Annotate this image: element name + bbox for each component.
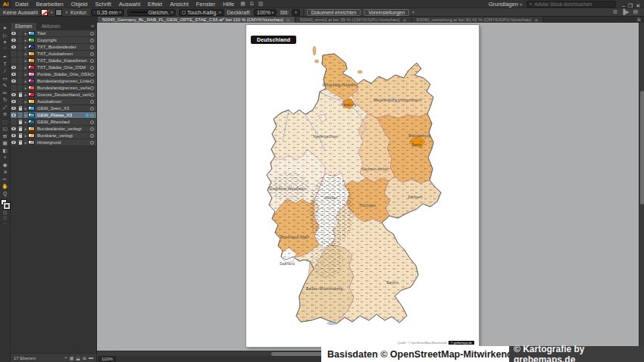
document-setup-button[interactable]: Dokument einrichten	[307, 9, 361, 16]
width-tool-icon[interactable]: ≋	[1, 111, 10, 118]
layer-row-TXT_Autobahnen[interactable]: ▸TXT_Autobahnen	[11, 51, 96, 58]
layer-row-Bundeslandgrenzen_verlegt[interactable]: ▸Bundeslandgrenzen_verlegt	[11, 85, 96, 92]
visibility-toggle[interactable]	[11, 85, 17, 91]
scale-tool-icon[interactable]: ⤢	[1, 104, 10, 111]
slice-tool-icon[interactable]: ✂	[1, 176, 10, 183]
lock-toggle[interactable]	[17, 139, 23, 145]
app-bar-icon[interactable]: ▥	[256, 1, 266, 7]
target-circle-icon[interactable]	[90, 134, 94, 138]
layer-row-Copyright[interactable]: ▸Copyright	[11, 37, 96, 44]
visibility-toggle[interactable]	[11, 51, 17, 57]
target-circle-icon[interactable]	[90, 100, 94, 104]
arrange-documents-icon[interactable]: ⊞	[613, 9, 617, 15]
lock-toggle[interactable]	[17, 30, 23, 36]
tab-ebenen[interactable]: Ebenen	[11, 23, 36, 30]
workspace-switcher[interactable]: Grundlagen ▾	[489, 1, 522, 8]
target-circle-icon[interactable]	[90, 52, 94, 56]
new-layer-icon[interactable]: ⊞	[83, 355, 86, 360]
arrange-documents-icon[interactable]: ▐▶	[621, 9, 629, 15]
menu-hilfe[interactable]: Hilfe	[219, 0, 238, 8]
lock-toggle[interactable]	[17, 71, 23, 77]
layer-row-Punkte_Städte_Orte_OSM[interactable]: ▸Punkte_Städte_Orte_OSM	[11, 71, 96, 78]
visibility-toggle[interactable]	[11, 105, 17, 111]
pencil-tool-icon[interactable]: ✏	[1, 89, 10, 97]
vertical-scrollbar-thumb[interactable]	[640, 91, 644, 204]
visibility-toggle[interactable]	[11, 64, 17, 70]
lasso-tool-icon[interactable]: ⌒	[1, 46, 10, 54]
document-tab-2[interactable]: 50040_wms2.ai bei 35 % (CMYK/GPU-Vorscha…	[295, 17, 412, 23]
menu-datei[interactable]: Datei	[11, 0, 33, 8]
opacity-field[interactable]: 100%▸	[254, 9, 277, 16]
visibility-toggle[interactable]	[11, 139, 17, 145]
gradient-tool-icon[interactable]: ◧	[1, 147, 10, 154]
perspective-grid-tool-icon[interactable]: ⊞	[1, 133, 10, 140]
layer-row-Grenze_Deutschland_verlegt[interactable]: ▸Grenze_Deutschland_verlegt	[11, 92, 96, 98]
shape-builder-tool-icon[interactable]: ◱	[1, 125, 10, 133]
vertical-scrollbar[interactable]	[639, 23, 644, 351]
close-icon[interactable]: ✕	[534, 17, 538, 23]
drawing-mode-icon[interactable]: …	[1, 220, 10, 226]
chevron-down-icon[interactable]: ▾	[412, 10, 414, 14]
restore-button[interactable]: ❐	[627, 3, 634, 8]
visibility-toggle[interactable]	[11, 30, 17, 36]
target-circle-icon[interactable]	[90, 120, 94, 124]
tab-list-icon[interactable]: ≣	[633, 17, 644, 23]
layer-row-TXT_Bundesländer[interactable]: ▸TXT_Bundesländer	[11, 44, 96, 51]
layer-row-GEW_Flüsse_X3[interactable]: ▸GEW_Flüsse_X3	[11, 112, 96, 119]
layer-row-Bundesländer_verlegt[interactable]: ▸Bundesländer_verlegt	[11, 126, 96, 133]
layer-row-Autobahnen[interactable]: ▸Autobahnen	[11, 98, 96, 105]
lock-toggle[interactable]	[17, 78, 23, 84]
target-circle-icon[interactable]	[90, 45, 94, 49]
layer-row-GEW_Rheinlauf[interactable]: ▸GEW_Rheinlauf	[11, 119, 96, 126]
close-icon[interactable]: ✕	[286, 17, 290, 23]
rectangle-tool-icon[interactable]: ▭	[1, 75, 10, 83]
lock-toggle[interactable]	[17, 133, 23, 139]
layer-row-GEW_Seen_X3[interactable]: ▸GEW_Seen_X3	[11, 105, 96, 112]
document-tab-1[interactable]: 50045_Germany_BL_RAB_FL_GEW_ORTE_STAE_CS…	[98, 17, 295, 23]
preferences-button[interactable]: Voreinstellungen	[364, 9, 409, 16]
layer-row-TXT_Städte_Klassifiziert[interactable]: ▸TXT_Städte_Klassifiziert	[11, 58, 96, 64]
visibility-toggle[interactable]	[11, 133, 17, 139]
stroke-profile-select[interactable]: Gleichm.▾	[127, 9, 176, 16]
lock-toggle[interactable]	[17, 85, 23, 91]
menu-objekt[interactable]: Objekt	[67, 0, 92, 8]
pen-tool-icon[interactable]: ✒	[1, 53, 10, 61]
visibility-toggle[interactable]	[11, 119, 17, 125]
layer-row-Titel[interactable]: ▸Titel	[11, 30, 96, 37]
visibility-toggle[interactable]	[11, 92, 17, 98]
visibility-toggle[interactable]	[11, 44, 17, 50]
blend-tool-icon[interactable]: ◉	[1, 161, 10, 169]
direct-selection-tool-icon[interactable]: ▷	[1, 32, 10, 39]
menu-fenster[interactable]: Fenster	[192, 0, 219, 8]
fill-swatch[interactable]	[41, 9, 48, 16]
fill-stroke-indicator[interactable]	[1, 199, 10, 210]
menu-ansicht[interactable]: Ansicht	[166, 0, 192, 8]
target-circle-icon[interactable]	[90, 66, 94, 70]
line-tool-icon[interactable]: ∕	[1, 67, 10, 75]
free-transform-tool-icon[interactable]: ⬚	[1, 118, 10, 126]
target-circle-icon[interactable]	[90, 80, 94, 83]
zoom-tool-icon[interactable]: Q	[1, 190, 10, 198]
magic-wand-tool-icon[interactable]: ✦	[1, 39, 10, 46]
layer-row-Buntkarte_verlegt[interactable]: ▸Buntkarte_verlegt	[11, 133, 96, 139]
search-input[interactable]	[534, 2, 613, 7]
lock-toggle[interactable]	[17, 58, 23, 64]
menu-schrift[interactable]: Schrift	[91, 0, 114, 8]
paintbrush-tool-icon[interactable]: ✎	[1, 82, 10, 89]
arrange-documents-icon[interactable]: ▤	[633, 9, 638, 15]
lock-toggle[interactable]	[17, 98, 23, 105]
hand-tool-icon[interactable]: ✋	[1, 183, 10, 190]
zoom-level-select[interactable]: 110%	[98, 356, 116, 362]
close-button[interactable]: ✕	[634, 3, 642, 8]
target-circle-icon[interactable]	[90, 114, 94, 117]
target-circle-icon[interactable]	[90, 127, 94, 131]
new-sublayer-icon[interactable]: ⬓	[76, 355, 80, 360]
stroke-swatch[interactable]	[55, 9, 62, 16]
lock-toggle[interactable]	[17, 92, 23, 98]
minimize-button[interactable]: –	[621, 3, 627, 8]
chevron-down-icon[interactable]: ▾	[65, 10, 67, 14]
target-circle-icon[interactable]	[90, 86, 94, 90]
style-select[interactable]: ▾	[292, 9, 300, 16]
selection-tool-icon[interactable]: ➤	[1, 24, 10, 32]
target-circle-icon[interactable]	[90, 32, 94, 36]
